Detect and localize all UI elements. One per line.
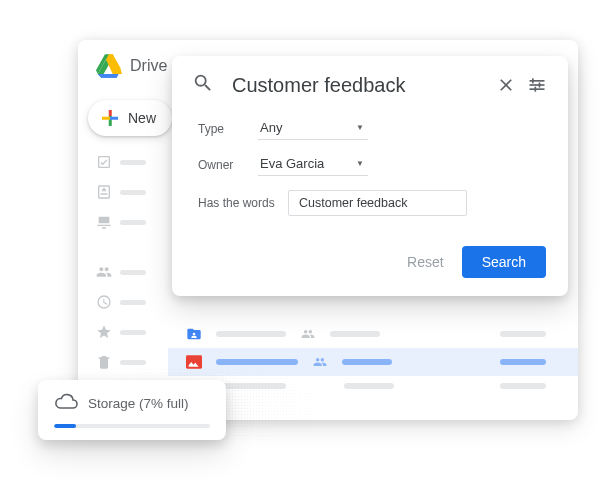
new-button[interactable]: New	[88, 100, 172, 136]
search-panel: Type Any ▼ Owner Eva Garcia ▼ Has the wo…	[172, 56, 568, 296]
skeleton-text	[216, 359, 298, 365]
skeleton-text	[120, 360, 146, 365]
skeleton-text	[120, 220, 146, 225]
search-input[interactable]	[232, 74, 485, 97]
storage-bar	[54, 424, 210, 428]
image-file-icon	[186, 355, 202, 369]
people-icon	[312, 355, 328, 369]
people-icon	[96, 264, 112, 280]
filter-type-value: Any	[260, 120, 282, 135]
tune-icon[interactable]	[527, 73, 549, 97]
check-square-icon	[96, 154, 112, 170]
folder-shared-icon	[186, 327, 202, 341]
filter-type-label: Type	[198, 122, 258, 136]
plus-icon	[100, 108, 120, 128]
people-icon	[300, 327, 316, 341]
search-button[interactable]: Search	[462, 246, 546, 278]
skeleton-text	[500, 331, 546, 337]
file-row-selected[interactable]	[168, 348, 578, 376]
file-row[interactable]	[168, 320, 578, 348]
clear-icon[interactable]	[495, 73, 517, 97]
new-label: New	[128, 110, 156, 126]
sidebar-item-starred[interactable]	[96, 324, 168, 340]
sidebar-item-computers[interactable]	[96, 214, 168, 230]
drive-logo-icon	[96, 54, 122, 78]
drive-folder-icon	[96, 184, 112, 200]
svg-rect-7	[530, 80, 545, 82]
clock-icon	[96, 294, 112, 310]
chevron-down-icon: ▼	[356, 123, 364, 132]
sidebar-item-recent[interactable]	[96, 294, 168, 310]
sidebar-item-shared[interactable]	[96, 264, 168, 280]
sidebar-item-priority[interactable]	[96, 154, 168, 170]
skeleton-text	[216, 331, 286, 337]
storage-card[interactable]: Storage (7% full)	[38, 380, 226, 440]
filter-owner-label: Owner	[198, 158, 258, 172]
svg-rect-12	[535, 87, 537, 92]
skeleton-text	[500, 359, 546, 365]
skeleton-text	[120, 270, 146, 275]
skeleton-text	[120, 160, 146, 165]
search-icon	[192, 72, 214, 98]
skeleton-text	[216, 383, 286, 389]
app-title: Drive	[130, 57, 167, 75]
svg-rect-10	[532, 78, 534, 83]
file-row[interactable]	[168, 376, 578, 396]
skeleton-text	[120, 300, 146, 305]
filter-words-input[interactable]	[288, 190, 467, 216]
sidebar-item-mydrive[interactable]	[96, 184, 168, 200]
skeleton-text	[120, 330, 146, 335]
storage-label: Storage (7% full)	[88, 396, 189, 411]
svg-point-5	[193, 333, 196, 336]
trash-icon	[96, 354, 112, 370]
skeleton-text	[342, 359, 392, 365]
filter-type-select[interactable]: Any ▼	[258, 118, 368, 140]
file-list	[168, 320, 578, 396]
svg-rect-8	[530, 84, 545, 86]
svg-rect-11	[539, 83, 541, 88]
skeleton-text	[500, 383, 546, 389]
skeleton-text	[344, 383, 394, 389]
svg-rect-9	[530, 88, 545, 90]
star-icon	[96, 324, 112, 340]
filter-owner-select[interactable]: Eva Garcia ▼	[258, 154, 368, 176]
cloud-icon	[54, 392, 78, 414]
skeleton-text	[330, 331, 380, 337]
device-icon	[96, 214, 112, 230]
skeleton-text	[120, 190, 146, 195]
chevron-down-icon: ▼	[356, 159, 364, 168]
filter-owner-value: Eva Garcia	[260, 156, 324, 171]
sidebar: New	[88, 100, 168, 370]
storage-fill	[54, 424, 76, 428]
filter-words-label: Has the words	[198, 196, 288, 210]
sidebar-item-trash[interactable]	[96, 354, 168, 370]
reset-button[interactable]: Reset	[407, 254, 444, 270]
